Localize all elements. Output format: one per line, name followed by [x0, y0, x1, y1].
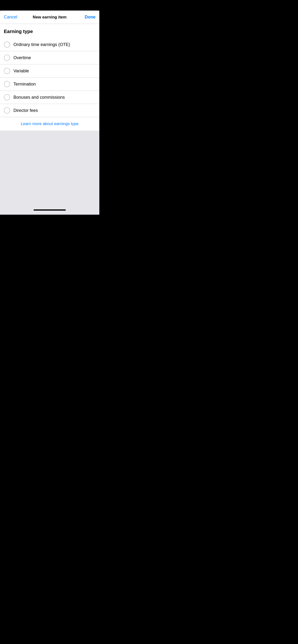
list-item[interactable]: Overtime — [0, 51, 99, 64]
screen: Cancel New earning item Done Earning typ… — [0, 0, 99, 215]
radio-label-bonuses: Bonuses and commissions — [14, 95, 65, 100]
list-item[interactable]: Termination — [0, 78, 99, 91]
radio-label-director: Director fees — [14, 108, 38, 113]
earning-type-list: Ordinary time earnings (OTE) Overtime Va… — [0, 38, 99, 117]
list-item[interactable]: Bonuses and commissions — [0, 91, 99, 104]
radio-button-variable[interactable] — [4, 68, 10, 74]
radio-button-ote[interactable] — [4, 42, 10, 48]
empty-area — [0, 130, 99, 206]
list-item[interactable]: Director fees — [0, 104, 99, 117]
learn-more-link[interactable]: Learn more about earnings type — [21, 122, 79, 126]
radio-button-overtime[interactable] — [4, 54, 10, 61]
home-bar — [34, 210, 66, 210]
nav-bar: Cancel New earning item Done — [0, 10, 99, 24]
nav-title: New earning item — [18, 15, 81, 20]
status-bar — [0, 0, 99, 10]
radio-button-bonuses[interactable] — [4, 94, 10, 100]
content: Earning type Ordinary time earnings (OTE… — [0, 24, 99, 206]
radio-label-ote: Ordinary time earnings (OTE) — [14, 42, 70, 47]
radio-label-variable: Variable — [14, 68, 29, 74]
radio-button-termination[interactable] — [4, 81, 10, 87]
cancel-button[interactable]: Cancel — [4, 14, 18, 20]
learn-more-container: Learn more about earnings type — [0, 117, 99, 130]
home-indicator — [0, 206, 99, 215]
earning-type-section: Earning type — [0, 24, 99, 38]
list-item[interactable]: Ordinary time earnings (OTE) — [0, 38, 99, 51]
radio-label-overtime: Overtime — [14, 55, 31, 60]
done-button[interactable]: Done — [81, 14, 95, 20]
list-item[interactable]: Variable — [0, 64, 99, 78]
modal-sheet: Cancel New earning item Done Earning typ… — [0, 10, 99, 206]
radio-button-director[interactable] — [4, 107, 10, 114]
radio-label-termination: Termination — [14, 82, 36, 87]
section-title: Earning type — [4, 29, 95, 34]
